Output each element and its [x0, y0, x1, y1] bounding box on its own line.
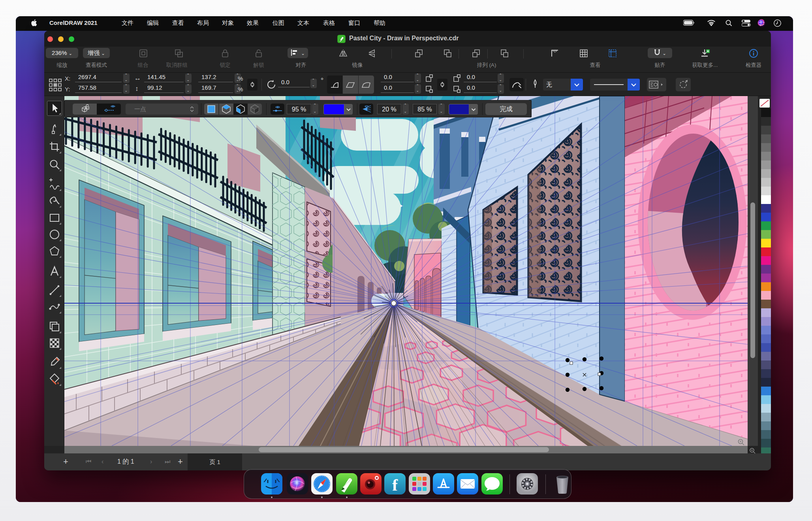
svg-text:f: f [392, 476, 398, 494]
